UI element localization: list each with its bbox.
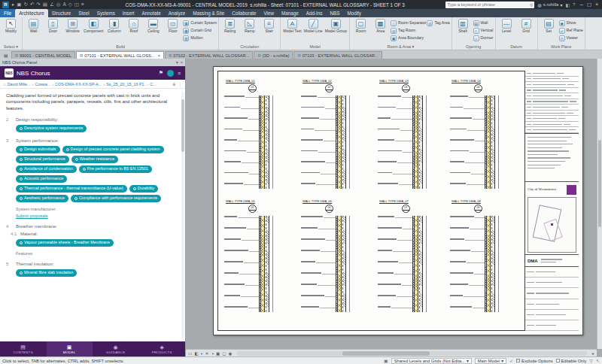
button-model-line[interactable]: ╱Model Line: [303, 18, 324, 43]
scroll-right-icon[interactable]: ▸: [592, 350, 594, 356]
breadcrumb-link[interactable]: David Mille...: [8, 82, 31, 86]
button-door[interactable]: ▯Door: [44, 18, 62, 43]
button-stair[interactable]: ≡Stair: [260, 18, 278, 43]
button-dormer[interactable]: ⌂Dormer: [473, 35, 494, 41]
pin-icon[interactable]: ⊕: [172, 82, 176, 86]
button-tag-room[interactable]: ◎Tag Room: [391, 27, 426, 34]
spec-clause-pill[interactable]: Design of precast concrete panel claddin…: [62, 146, 164, 153]
active-workset-selector[interactable]: Shared Levels and Grids (Not Edita... ▾: [391, 358, 472, 364]
nbs-tab-contents[interactable]: ▤CONTENTS: [0, 341, 47, 356]
button-curtain-grid[interactable]: ▦Curtain Grid: [183, 27, 217, 34]
button-area[interactable]: ▩Area: [371, 18, 390, 43]
ribbon-tab-add-ins[interactable]: Add-Ins: [303, 9, 327, 17]
visual-style-icon[interactable]: ◐: [200, 351, 202, 356]
spec-clause-pill[interactable]: Avoidance of condensation: [16, 165, 77, 173]
view-tab-07101-external-wall-gloss[interactable]: ▤07101 - EXTERNAL WALL GLOSS...×: [76, 51, 164, 59]
nbs-tab-guidance[interactable]: ◉GUIDANCE: [93, 341, 139, 356]
tag-icon[interactable]: ◎: [56, 2, 61, 8]
horizontal-scroll-thumb[interactable]: [342, 351, 430, 356]
close-view-icon[interactable]: ×: [157, 53, 160, 58]
button-railing[interactable]: ≣Railing: [220, 18, 239, 43]
more-icon[interactable]: ⋮: [178, 82, 183, 86]
ribbon-tab-collaborate[interactable]: Collaborate: [228, 9, 260, 17]
button-vertical[interactable]: ↕Vertical: [473, 27, 494, 34]
button-ref-plane[interactable]: ▱Ref Plane: [559, 27, 583, 34]
sync-with-central-icon[interactable]: ↻: [23, 2, 27, 8]
button-wall[interactable]: ▤Wall: [473, 20, 494, 26]
spec-clause-pill[interactable]: Thermal performance - thermal transmitta…: [16, 185, 127, 193]
breadcrumb-link[interactable]: COS-DMA-XX-XX-SP-A...: [55, 82, 102, 86]
text-icon[interactable]: A: [62, 2, 65, 8]
ribbon-tab-systems[interactable]: Systems: [93, 9, 119, 17]
ribbon-tab-steel[interactable]: Steel: [74, 9, 93, 17]
ribbon-tab-insert[interactable]: Insert: [119, 9, 138, 17]
panel-close-icon[interactable]: ×: [181, 60, 183, 65]
drawing-area[interactable]: City of WestminsterDMA WALL TYPE DMA_010…: [186, 59, 602, 356]
section-note-link[interactable]: Submit proposals: [16, 214, 176, 218]
button-floor[interactable]: ▭Floor: [163, 18, 182, 43]
ribbon-tab-manage[interactable]: Manage: [278, 9, 303, 17]
ribbon-tab-annotate[interactable]: Annotate: [138, 9, 165, 17]
button-area-boundary[interactable]: ▣Area Boundary: [391, 35, 426, 41]
button-level[interactable]: —Level: [497, 18, 516, 43]
search-input[interactable]: [447, 2, 528, 7]
sun-path-icon[interactable]: ☀: [205, 351, 209, 356]
modify-button[interactable]: ↖ Modify: [2, 18, 20, 43]
measure-icon[interactable]: ∠: [50, 2, 54, 8]
button-room[interactable]: ▢Room: [351, 18, 370, 43]
spec-clause-pill[interactable]: Compliance with performance requirements: [71, 195, 161, 202]
spec-clause-pill[interactable]: Weather resistance: [71, 156, 118, 163]
button-window[interactable]: ⊞Window: [63, 18, 82, 43]
search-icon[interactable]: ◎: [530, 2, 533, 7]
ribbon-group-label[interactable]: Model: [282, 43, 348, 50]
spec-clause-pill[interactable]: Structural performance: [16, 156, 69, 163]
account-avatar[interactable]: [167, 70, 174, 77]
ribbon-group-label[interactable]: Datum: [497, 43, 536, 50]
reveal-hidden-icon[interactable]: ◉: [228, 351, 232, 356]
button-shaft[interactable]: ▥Shaft: [454, 18, 473, 43]
button-curtain-system[interactable]: ▦Curtain System: [183, 20, 217, 26]
bookmark-icon[interactable]: ⚑: [159, 70, 163, 76]
spec-clause-pill[interactable]: Durability: [129, 185, 158, 193]
vertical-scrollbar[interactable]: [597, 59, 602, 349]
menu-icon[interactable]: ≡: [178, 71, 181, 76]
open-icon[interactable]: ▸: [12, 2, 14, 8]
revit-logo[interactable]: R: [2, 2, 9, 8]
spec-clause-pill[interactable]: Vapour permeable sheets - Breather Membr…: [16, 239, 114, 247]
ribbon-group-label[interactable]: Build: [24, 43, 217, 50]
panel-pin-icon[interactable]: ▾: [176, 60, 178, 65]
ribbon-group-label[interactable]: Opening: [454, 43, 494, 50]
button-wall[interactable]: ▤Wall: [24, 18, 43, 43]
nbs-tab-products[interactable]: ◈PRODUCTS: [139, 341, 186, 356]
maximize-button[interactable]: ▢: [587, 2, 591, 8]
filter-icon[interactable]: ▽: [589, 358, 593, 363]
spec-clause-pill[interactable]: Fire performance to BS EN 13501: [79, 165, 152, 173]
ribbon-tab-structure[interactable]: Structure: [48, 9, 75, 17]
spec-clause-pill[interactable]: Descriptive system requirements: [16, 125, 87, 132]
default-3d-view-icon[interactable]: ◇: [68, 2, 72, 8]
spec-clause-pill[interactable]: Design submittals: [16, 146, 60, 153]
home-icon[interactable]: ⌂: [3, 82, 6, 86]
ribbon-tab-view[interactable]: View: [260, 9, 278, 17]
ribbon-group-label[interactable]: Circulation: [220, 43, 278, 50]
exclude-options-checkbox[interactable]: ✓ Exclude Options: [516, 359, 552, 363]
spec-clause-pill[interactable]: Acoustic performance: [16, 175, 67, 183]
crop-region-icon[interactable]: ▢: [222, 351, 226, 356]
button-show[interactable]: ◉Show: [559, 20, 583, 26]
select-toggle-icon[interactable]: ↖: [596, 358, 600, 363]
ribbon-group-label[interactable]: Select ▾: [2, 43, 20, 50]
button-mullion[interactable]: ▥Mullion: [183, 35, 217, 41]
view-tab-99001-central-model[interactable]: ▤99001 - CENTRAL MODEL: [11, 51, 75, 59]
communication-center-icon[interactable]: ◧: [565, 2, 570, 8]
undo-icon[interactable]: ↶: [30, 2, 34, 8]
panel-dock-titlebar[interactable]: NBS Chorus Panel ▾ ×: [0, 59, 185, 66]
ribbon-group-label[interactable]: Room & Area ▾: [351, 43, 449, 50]
button-grid[interactable]: #Grid: [517, 18, 536, 43]
print-icon[interactable]: ▤: [43, 2, 47, 8]
ribbon-tab-analyze[interactable]: Analyze: [165, 9, 189, 17]
scale-icon[interactable]: ▭: [188, 351, 192, 356]
vertical-scroll-thumb[interactable]: [598, 140, 601, 227]
horizontal-scrollbar[interactable]: [237, 351, 587, 356]
view-tab-07103-external-wall-glossar[interactable]: ▤07103 - EXTERNAL WALL GLOSSAR...: [293, 51, 382, 59]
button-roof[interactable]: ⌂Roof: [124, 18, 143, 43]
